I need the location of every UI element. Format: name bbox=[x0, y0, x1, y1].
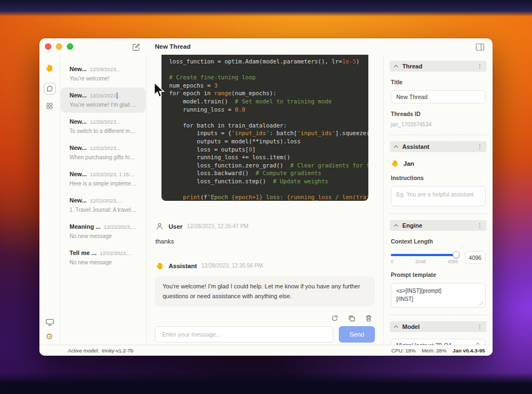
message-input-row: Send bbox=[155, 326, 375, 343]
thread-title-input[interactable]: New Thread bbox=[391, 90, 485, 103]
thread-list-item[interactable]: New... 12/22/2023, 1:15:... Here is a si… bbox=[61, 166, 146, 192]
thread-date: 12/22/2023... bbox=[90, 145, 137, 151]
kebab-menu-icon[interactable]: ⋮ bbox=[477, 144, 483, 150]
app-version: Jan v0.4.3-95 bbox=[453, 347, 485, 354]
slider-handle[interactable] bbox=[453, 251, 460, 258]
section-title: Thread bbox=[402, 63, 473, 69]
resize-handle[interactable] bbox=[479, 301, 483, 305]
chat-area: loss_function = optim.Adam(model.paramet… bbox=[147, 55, 383, 345]
hub-nav-icon[interactable] bbox=[44, 100, 56, 112]
zoom-window-button[interactable] bbox=[67, 43, 73, 50]
code-line: loss.backward() # Compute gradients bbox=[169, 169, 361, 177]
message-actions bbox=[155, 314, 373, 322]
close-window-button[interactable] bbox=[45, 43, 51, 50]
thread-list-item[interactable]: New... 12/22/2023,... 1. Travel Journal:… bbox=[61, 193, 146, 218]
model-section-header[interactable]: Model ⋮ bbox=[390, 321, 487, 332]
chevron-up-icon bbox=[394, 145, 398, 148]
thread-item-header: New... 12/22/2023... bbox=[70, 144, 137, 151]
code-line bbox=[169, 186, 361, 194]
thread-item-header: New... 12/22/2023,... bbox=[70, 197, 137, 204]
slider-ticks: 0 2048 4096 bbox=[391, 259, 458, 264]
minimize-window-button[interactable] bbox=[56, 43, 62, 50]
assistant-section: Assistant ⋮ Jan Instructions Eg. You are… bbox=[390, 135, 487, 214]
jan-hand-icon bbox=[391, 159, 399, 167]
prompt-template-textarea[interactable]: <s>[INST]{prompt} [/INST] bbox=[391, 283, 485, 308]
assistant-section-header[interactable]: Assistant ⋮ bbox=[390, 141, 487, 152]
settings-gear-icon[interactable]: ⚙ bbox=[46, 332, 53, 340]
chevron-up-icon bbox=[394, 325, 398, 328]
message-input[interactable] bbox=[155, 326, 333, 343]
code-line bbox=[169, 113, 361, 121]
system-stats: CPU: 18% Mem: 28% Jan v0.4.3-95 bbox=[391, 347, 485, 354]
active-model-status: Active model: trinity-v1.2-7b bbox=[68, 347, 134, 354]
thread-section: Thread ⋮ Title New Thread Threads ID jan… bbox=[390, 55, 487, 135]
message-timestamp: 12/28/2023, 12:35:56 PM bbox=[201, 263, 263, 269]
delete-icon[interactable] bbox=[364, 314, 373, 322]
user-avatar-icon bbox=[155, 222, 164, 231]
thread-preview: You're welcome! bbox=[70, 76, 137, 82]
toggle-right-panel-icon[interactable] bbox=[475, 43, 485, 51]
thread-list-item[interactable]: Meaning ... 12/22/2023,... No new messag… bbox=[61, 219, 146, 244]
instructions-label: Instructions bbox=[391, 175, 485, 181]
rail-bottom-group: ⚙ bbox=[45, 318, 54, 340]
send-button[interactable]: Send bbox=[339, 326, 375, 343]
thread-date: 12/28/2023... bbox=[90, 66, 137, 72]
instructions-textarea[interactable]: Eg. You are a helpful assistant. bbox=[391, 186, 485, 206]
assistant-name-row: Jan bbox=[391, 159, 485, 167]
kebab-menu-icon[interactable]: ⋮ bbox=[477, 223, 483, 229]
kebab-menu-icon[interactable]: ⋮ bbox=[477, 324, 483, 330]
thread-title: New... bbox=[70, 144, 86, 151]
copy-icon[interactable] bbox=[347, 314, 356, 322]
engine-section-header[interactable]: Engine ⋮ bbox=[390, 220, 487, 231]
context-length-value[interactable]: 4096 bbox=[465, 251, 485, 264]
thread-list-item[interactable]: New... 12/26/2023... To switch to a diff… bbox=[61, 114, 146, 139]
thread-item-header: New... 12/22/2023, 1:15:... bbox=[70, 171, 137, 177]
thread-title: New... bbox=[70, 171, 86, 177]
thread-list-item[interactable]: Tell me ... 12/22/2023,... No new messag… bbox=[61, 245, 146, 270]
assistant-message-bubble: You're welcome! I'm glad I could help. L… bbox=[155, 276, 375, 306]
thread-list-item[interactable]: New... 12/28/2023... You're welcome! bbox=[61, 61, 146, 86]
status-bar: Active model: trinity-v1.2-7b CPU: 18% M… bbox=[39, 345, 493, 356]
code-line: running_loss = 0.0 bbox=[169, 106, 361, 114]
code-line: outputs = model(**inputs).loss bbox=[169, 137, 361, 146]
model-select[interactable]: Mistral Instruct 7B Q4 bbox=[391, 339, 485, 345]
thread-date: 12/22/2023,... bbox=[90, 198, 137, 204]
prompt-template-label: Prompt template bbox=[391, 271, 485, 278]
code-line: # Create fine-tuning loop bbox=[169, 73, 361, 82]
context-length-row: 0 2048 4096 4096 bbox=[391, 251, 485, 264]
chevron-up-icon bbox=[394, 224, 398, 227]
assistant-avatar-icon bbox=[155, 261, 164, 270]
thread-title: New... bbox=[70, 118, 86, 125]
thread-item-header: Tell me ... 12/22/2023,... bbox=[70, 250, 137, 256]
message-role: Assistant bbox=[169, 263, 197, 269]
thread-title: New... bbox=[70, 197, 86, 204]
right-settings-panel: Thread ⋮ Title New Thread Threads ID jan… bbox=[383, 55, 493, 345]
thread-item-header: Meaning ... 12/22/2023,... bbox=[70, 223, 137, 230]
code-line: loss_function.step() # Update weights bbox=[169, 177, 361, 186]
context-length-slider[interactable]: 0 2048 4096 bbox=[391, 251, 458, 264]
thread-list-item[interactable]: New... 12/22/2023... When purchasing gif… bbox=[61, 140, 146, 165]
threads-id-label: Threads ID bbox=[391, 111, 485, 117]
new-thread-icon[interactable] bbox=[131, 42, 141, 52]
thread-section-header[interactable]: Thread ⋮ bbox=[390, 61, 487, 72]
code-line: num_epochs = 3 bbox=[169, 82, 361, 90]
cpu-usage: CPU: 18% bbox=[391, 347, 415, 354]
kebab-menu-icon[interactable]: ⋮ bbox=[477, 63, 483, 69]
system-monitor-icon[interactable] bbox=[45, 318, 54, 328]
context-length-label: Context Length bbox=[391, 238, 485, 245]
thread-title: New... bbox=[70, 66, 86, 72]
jan-logo-icon bbox=[45, 63, 54, 75]
thread-preview: To switch to a different model,... bbox=[70, 128, 137, 134]
traffic-lights bbox=[45, 43, 73, 50]
tick-mid: 2048 bbox=[415, 259, 426, 264]
code-line: loss = outputs[0] bbox=[169, 146, 361, 154]
section-title: Assistant bbox=[402, 143, 473, 150]
code-line: running_loss += loss.item() bbox=[169, 153, 361, 161]
threads-nav-icon[interactable] bbox=[44, 83, 56, 95]
thread-preview: When purchasing gifts for in-... bbox=[70, 154, 137, 160]
thread-date: 12/26/2023... bbox=[90, 119, 137, 125]
code-line: for epoch in range(num_epochs): bbox=[169, 89, 361, 97]
regenerate-icon[interactable] bbox=[330, 314, 339, 322]
page-title: New Thread bbox=[155, 43, 190, 50]
thread-list-item[interactable]: New... 12/26/2023... You're welcome! I'm… bbox=[61, 88, 146, 113]
